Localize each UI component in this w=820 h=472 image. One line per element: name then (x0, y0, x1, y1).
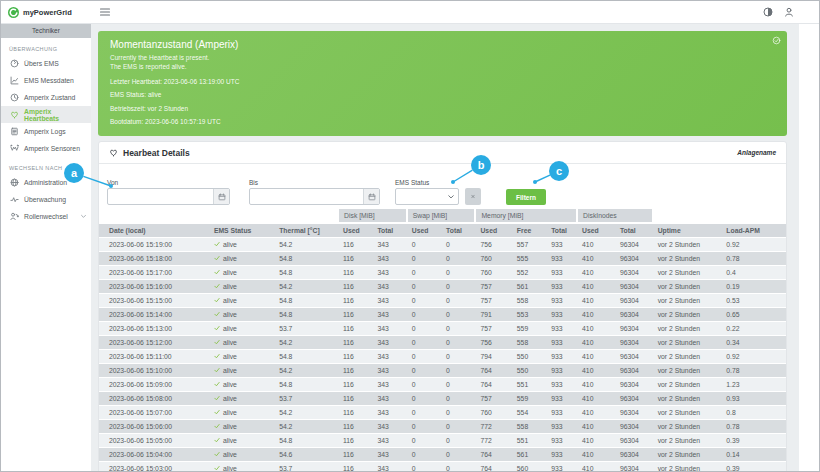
table-cell: 96304 (615, 336, 653, 350)
table-cell: 553 (512, 308, 546, 322)
table-cell: 0.39 (721, 434, 786, 448)
heart-icon (109, 148, 118, 157)
table-cell: 0.39 (721, 462, 786, 472)
table-row: 2023-06-06 15:10:00alive54.2116343007645… (99, 364, 786, 378)
banner-field: EMS Status: alive (110, 91, 775, 98)
table-cell: 559 (512, 392, 546, 406)
section-label: ÜBERWACHUNG (1, 38, 91, 55)
table-cell: 764 (475, 448, 511, 462)
table-cell: vor 2 Stunden (653, 448, 722, 462)
table-cell: 552 (512, 266, 546, 280)
table-cell: 410 (577, 280, 615, 294)
banner-status-icon (772, 36, 781, 45)
banner-field: Betriebszeit: vor 2 Stunden (110, 105, 775, 112)
table-cell: vor 2 Stunden (653, 336, 722, 350)
person-icon[interactable] (784, 7, 794, 17)
banner-description: Currently the Heartbeat is present.The E… (110, 54, 775, 71)
table-cell: 0 (441, 350, 475, 364)
table-cell: 933 (546, 406, 577, 420)
table-row: 2023-06-06 15:17:00alive54.8116343007605… (99, 266, 786, 280)
table-cell: 2023-06-06 15:16:00 (99, 280, 209, 294)
table-cell: 558 (512, 294, 546, 308)
table-cell: vor 2 Stunden (653, 364, 722, 378)
table-cell: 116 (338, 434, 372, 448)
table-cell: 2023-06-06 15:08:00 (99, 392, 209, 406)
table-cell: 96304 (615, 238, 653, 252)
table-cell: 933 (546, 392, 577, 406)
check-icon (214, 297, 220, 303)
table-cell: 551 (512, 434, 546, 448)
column-header-load-apm: Load-APM (721, 223, 786, 238)
table-cell: 54.8 (274, 434, 338, 448)
sidebar-item-label: Amperix Zustand (24, 94, 75, 101)
table-row: 2023-06-06 15:07:00alive54.2116343007605… (99, 406, 786, 420)
column-header-uptime: Uptime (653, 223, 722, 238)
table-cell: 2023-06-06 15:04:00 (99, 448, 209, 462)
sidebar-item-amperix-zustand[interactable]: Amperix Zustand (1, 89, 91, 106)
von-date-input[interactable] (107, 188, 230, 205)
table-cell: 2023-06-06 15:11:00 (99, 350, 209, 364)
column-header-row: Date (local)EMS StatusThermal [°C]UsedTo… (99, 223, 786, 238)
table-cell: 0.92 (721, 350, 786, 364)
table-cell: 54.2 (274, 406, 338, 420)
table-cell: 0 (407, 322, 441, 336)
table-cell: 560 (512, 462, 546, 472)
table-cell: 0 (441, 294, 475, 308)
sidebar-item-label: Rollenwechsel (24, 213, 68, 220)
table-row: 2023-06-06 15:16:00alive54.2116343007575… (99, 280, 786, 294)
anlagename-label: Anlagename (737, 149, 776, 156)
table-cell: 343 (372, 448, 406, 462)
column-header-total: Total (615, 223, 653, 238)
table-row: 2023-06-06 15:03:00alive53.7116343007645… (99, 462, 786, 472)
sidebar-item-uberwachung[interactable]: Überwachung (1, 191, 91, 208)
table-cell: 0 (441, 448, 475, 462)
table-cell: 410 (577, 420, 615, 434)
sidebar-item-amperix-sensoren[interactable]: Amperix Sensoren (1, 140, 91, 157)
ems-status-select[interactable] (395, 188, 459, 205)
roles-icon (10, 212, 19, 221)
group-header: DiskInodes (577, 209, 653, 223)
status-banner: Momentanzustand (Amperix) Currently the … (98, 31, 787, 136)
table-cell: 0 (407, 294, 441, 308)
calendar-icon[interactable] (363, 189, 379, 204)
sidebar-item-amperix-heartbeats[interactable]: Amperix Heartbeats (1, 106, 91, 123)
sidebar-item-rollenwechsel[interactable]: Rollenwechsel (1, 208, 91, 225)
column-header-date-local: Date (local) (99, 223, 209, 238)
filter-button[interactable]: Filtern (506, 189, 546, 205)
table-cell: 54.8 (274, 350, 338, 364)
table-cell: alive (209, 434, 274, 448)
table-cell: 96304 (615, 266, 653, 280)
sidebar-item-ubers-ems[interactable]: Übers EMS (1, 55, 91, 72)
table-cell: 0.65 (721, 308, 786, 322)
table-cell: 0.92 (721, 238, 786, 252)
group-header (653, 209, 786, 223)
sidebar-item-administration[interactable]: Administration (1, 174, 91, 191)
menu-icon[interactable] (99, 6, 111, 18)
table-cell: 343 (372, 378, 406, 392)
table-cell: vor 2 Stunden (653, 252, 722, 266)
table-cell: 2023-06-06 15:18:00 (99, 252, 209, 266)
sidebar-item-amperix-logs[interactable]: Amperix Logs (1, 123, 91, 140)
clear-filter-button[interactable] (465, 188, 481, 205)
table-cell: 550 (512, 350, 546, 364)
table-cell: 116 (338, 392, 372, 406)
table-cell: 0 (441, 392, 475, 406)
calendar-icon[interactable] (213, 189, 229, 204)
table-cell: 96304 (615, 364, 653, 378)
contrast-icon[interactable] (763, 7, 773, 17)
table-cell: alive (209, 378, 274, 392)
check-icon (214, 367, 220, 373)
heart-icon (10, 110, 19, 119)
table-cell: 0 (441, 336, 475, 350)
sidebar-item-ems-messdaten[interactable]: EMS Messdaten (1, 72, 91, 89)
table-cell: 0 (407, 420, 441, 434)
bis-date-input[interactable] (249, 188, 380, 205)
table-row: 2023-06-06 15:14:00alive54.8116343007915… (99, 308, 786, 322)
table-cell: 757 (475, 392, 511, 406)
table-cell: 933 (546, 420, 577, 434)
table-cell: 764 (475, 378, 511, 392)
table-cell: 410 (577, 364, 615, 378)
app-window: myPowerGrid Techniker ÜBERWACHUNGÜbers E… (0, 0, 820, 472)
table-cell: alive (209, 448, 274, 462)
column-header-total: Total (372, 223, 406, 238)
